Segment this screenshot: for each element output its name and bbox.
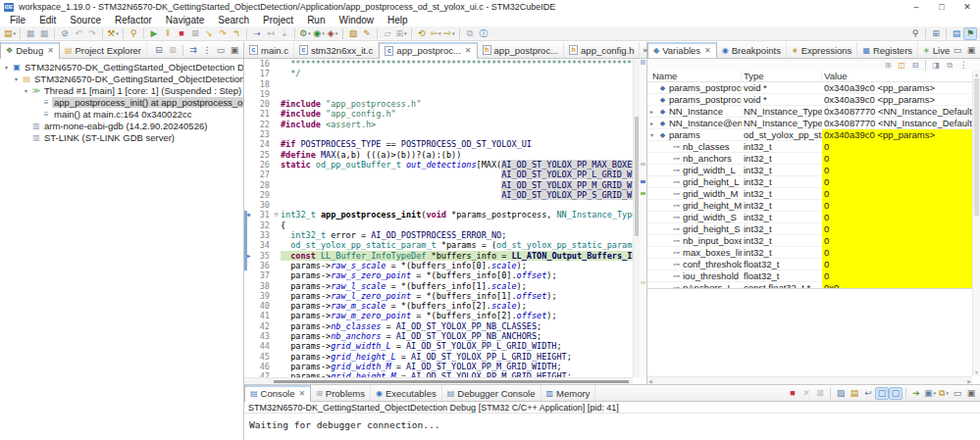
- overview-annotation[interactable]: [641, 281, 645, 284]
- code-line[interactable]: 37 params->raw_s_zero_point = *(buffers_…: [244, 270, 633, 280]
- code-line[interactable]: 32{: [244, 220, 633, 230]
- menu-file[interactable]: File: [3, 15, 32, 25]
- terminate-icon[interactable]: ■: [786, 387, 799, 400]
- variable-row[interactable]: ▸◆NN_Instance@entryNN_Instance_TypeDef *…: [647, 118, 980, 129]
- code-line[interactable]: 33 int32_t error = AI_OD_POSTPROCESS_ERR…: [244, 230, 633, 240]
- variable-row[interactable]: ◆params_postprocessvoid *0x340a39c0 <pp_…: [647, 82, 980, 94]
- clear-console-icon[interactable]: ▨: [834, 387, 848, 400]
- dropdown-arrow-icon[interactable]: ▾: [335, 27, 338, 40]
- build-icon[interactable]: ⚒▾: [106, 27, 120, 40]
- editor-tab-app-config-h[interactable]: happ_config.h: [564, 42, 640, 58]
- console-tab-memory[interactable]: ▥Memory: [542, 385, 596, 401]
- disconnect-icon[interactable]: ⊠: [188, 27, 202, 40]
- close-icon[interactable]: ✕: [704, 46, 711, 55]
- new-window-icon[interactable]: ⧉: [463, 27, 477, 40]
- minimize-icon[interactable]: ▭: [951, 387, 964, 400]
- dropdown-arrow-icon[interactable]: ▾: [404, 27, 407, 40]
- code-line[interactable]: 18: [244, 79, 633, 89]
- overview-annotation[interactable]: [641, 192, 645, 195]
- variable-row[interactable]: ⊶iou_thresholdfloat32_t0: [647, 270, 980, 282]
- debug-tree-row[interactable]: ▥arm-none-eabi-gdb (14.2.90.20240526): [0, 120, 243, 131]
- variable-row[interactable]: ⊶conf_thresholdfloat32_t0: [647, 259, 980, 270]
- dropdown-arrow-icon[interactable]: ▾: [452, 27, 455, 40]
- variable-row[interactable]: ⊶max_boxes_limitint32_t0: [647, 247, 980, 259]
- maximize-icon[interactable]: ▣: [964, 387, 978, 400]
- variable-row[interactable]: ⊶grid_height_Mint32_t0: [647, 200, 980, 212]
- close-button[interactable]: ✕: [954, 0, 980, 14]
- step-return-icon[interactable]: ↰: [230, 27, 243, 40]
- show-logical-structures-icon[interactable]: ◫: [895, 60, 908, 71]
- code-line[interactable]: ◉31⊖int32_t app_postprocess_init(void *p…: [244, 210, 633, 220]
- code-line[interactable]: 24#if POSTPROCESS_TYPE == POSTPROCESS_OD…: [244, 139, 633, 149]
- dropdown-arrow-icon[interactable]: ▾: [438, 27, 441, 40]
- menu-refactor[interactable]: Refactor: [108, 15, 159, 25]
- close-icon[interactable]: ✕: [298, 389, 305, 398]
- menu-search[interactable]: Search: [211, 15, 256, 25]
- new-file-icon[interactable]: ▤▾: [3, 27, 17, 40]
- display-console-icon[interactable]: ▣▾: [923, 387, 937, 400]
- view-menu-icon[interactable]: ⋮: [956, 60, 970, 71]
- variable-row[interactable]: ⊶grid_width_Lint32_t0: [647, 165, 980, 176]
- code-line[interactable]: 45 params->grid_height_L = AI_OD_ST_YOLO…: [244, 352, 633, 362]
- tree-expander-icon[interactable]: ▾: [22, 87, 30, 94]
- maximize-icon[interactable]: ▣: [228, 44, 241, 57]
- dropdown-arrow-icon[interactable]: ▾: [322, 27, 325, 40]
- menu-project[interactable]: Project: [256, 15, 300, 25]
- scroll-up-arrow[interactable]: ▲: [974, 72, 979, 77]
- open-console-icon[interactable]: ⧉▾: [937, 387, 951, 400]
- variable-row[interactable]: ⊶grid_height_Sint32_t0: [647, 223, 980, 235]
- tree-expander-icon[interactable]: ▾: [12, 75, 21, 82]
- scroll-right-arrow[interactable]: ▶: [967, 378, 971, 384]
- scroll-down-arrow[interactable]: ▼: [974, 369, 979, 375]
- remove-all-icon[interactable]: ⊠: [166, 44, 180, 57]
- minimize-icon[interactable]: ▭: [951, 44, 964, 57]
- code-line[interactable]: 26static od_pp_outBuffer_t out_detection…: [244, 160, 633, 170]
- debug-tree-row[interactable]: ▾≫Thread #1 [main] 1 [core: 1] (Suspende…: [0, 84, 243, 96]
- debug-tab-project-explorer[interactable]: ▤Project Explorer: [60, 42, 147, 58]
- overview-ruler[interactable]: [640, 59, 646, 377]
- open-element-icon[interactable]: ▧: [346, 27, 360, 40]
- editor-vertical-scrollbar[interactable]: [633, 59, 640, 377]
- variable-row[interactable]: ⊶grid_height_Lint32_t0: [647, 176, 980, 188]
- info-icon[interactable]: ⓘ: [477, 27, 490, 40]
- code-line[interactable]: 17 */: [244, 69, 633, 78]
- variable-row[interactable]: ⊶grid_width_Mint32_t0: [647, 188, 980, 200]
- variables-tab-expressions[interactable]: ∗Expressions: [787, 42, 857, 58]
- close-icon[interactable]: ✕: [465, 46, 472, 55]
- tree-expander-icon[interactable]: ▸: [647, 120, 656, 126]
- dropdown-arrow-icon[interactable]: ▾: [308, 27, 311, 40]
- instruction-stepping-icon[interactable]: ⇢: [250, 27, 264, 40]
- show-type-names-icon[interactable]: ⊞: [881, 60, 895, 71]
- fold-marker-icon[interactable]: ⊖: [272, 210, 281, 220]
- console-tab-console[interactable]: ▤Console✕: [244, 385, 311, 402]
- debug-tree-row[interactable]: ≡main() at main.c:164 0x340022cc: [0, 108, 243, 120]
- pin-view-icon[interactable]: ◨: [929, 60, 943, 71]
- show-toolbar-icon[interactable]: ⇉: [186, 44, 200, 57]
- variable-row[interactable]: ◆params_postprocessvoid *0x340a39c0 <pp_…: [647, 94, 980, 106]
- variable-row[interactable]: ⊶nb_anchorsint32_t0: [647, 153, 980, 165]
- scroll-left-arrow[interactable]: ◀: [648, 378, 652, 384]
- code-line[interactable]: 39 params->raw_l_zero_point = *(buffers_…: [244, 291, 633, 301]
- code-line[interactable]: 43 params->nb_anchors = AI_OD_ST_YOLOX_P…: [244, 331, 633, 341]
- code-line[interactable]: 20#include "app_postprocess.h": [244, 99, 633, 109]
- debug-tree-row[interactable]: ▾▤STM32N6570-DK_GettingStarted_ObjectDet…: [0, 73, 243, 84]
- code-line[interactable]: 22#include <assert.h>: [244, 120, 633, 129]
- editor-tab-stm32n6xx-it-c[interactable]: cstm32n6xx_it.c: [294, 42, 379, 58]
- overview-annotation[interactable]: [641, 163, 645, 166]
- code-line[interactable]: 41 params->raw_m_zero_point = *(buffers_…: [244, 311, 633, 320]
- debug-perspective-icon[interactable]: ⚑: [963, 27, 977, 40]
- code-line[interactable]: 23: [244, 129, 633, 139]
- close-icon[interactable]: ✕: [47, 46, 54, 55]
- scroll-lock-icon[interactable]: ▤: [848, 387, 861, 400]
- code-line[interactable]: 21#include "app_config.h": [244, 109, 633, 119]
- dropdown-arrow-icon[interactable]: ▾: [946, 387, 949, 400]
- step-over-icon[interactable]: ↷: [216, 27, 230, 40]
- scrollbar-thumb[interactable]: [635, 117, 639, 236]
- save-all-icon[interactable]: ▦: [37, 27, 51, 40]
- skip-breakpoints-icon[interactable]: ⊘: [58, 27, 72, 40]
- collapse-all-icon[interactable]: ⊟: [908, 60, 922, 71]
- debug-tree-row[interactable]: ▾▣STM32N6570-DK_GettingStarted_ObjectDet…: [0, 61, 243, 73]
- menu-run[interactable]: Run: [300, 15, 332, 25]
- open-perspective-icon[interactable]: ⊞: [929, 27, 943, 40]
- code-line[interactable]: 40 params->raw_m_scale = *(buffers_info[…: [244, 301, 633, 311]
